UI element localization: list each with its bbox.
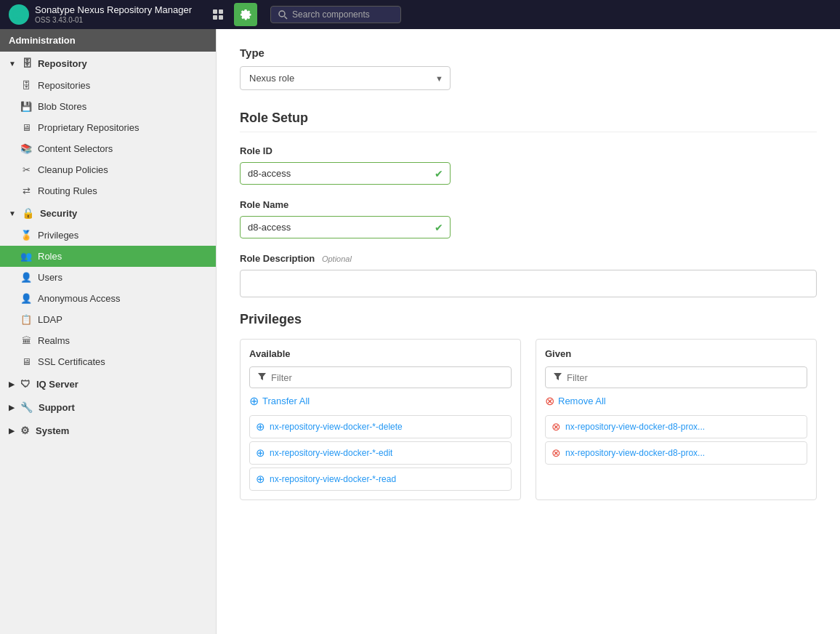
- repository-group-label: Repository: [38, 58, 87, 69]
- role-description-input[interactable]: [240, 270, 817, 297]
- realms-icon: 🏛: [20, 335, 32, 346]
- sidebar-item-content-selectors[interactable]: 📚 Content Selectors: [0, 138, 216, 159]
- repository-group-header[interactable]: ▼ 🗄 Repository: [0, 52, 216, 75]
- sidebar-item-ssl-certificates[interactable]: 🖥 SSL Certificates: [0, 351, 216, 372]
- available-priv-text-2: nx-repository-view-docker-*-read: [270, 474, 396, 484]
- role-name-input[interactable]: [240, 216, 451, 238]
- sidebar-item-blob-stores-label: Blob Stores: [38, 101, 86, 112]
- transfer-all-link[interactable]: ⊕ Transfer All: [249, 394, 512, 408]
- given-priv-item-0[interactable]: ⊗ nx-repository-view-docker-d8-prox...: [545, 415, 807, 438]
- blob-stores-icon: 💾: [20, 101, 32, 112]
- main-layout: Administration ▼ 🗄 Repository 🗄 Reposito…: [0, 29, 840, 634]
- sidebar-item-blob-stores[interactable]: 💾 Blob Stores: [0, 96, 216, 117]
- iq-server-header[interactable]: ▶ 🛡 IQ Server: [0, 372, 216, 396]
- available-priv-item-2[interactable]: ⊕ nx-repository-view-docker-*-read: [249, 468, 512, 491]
- sidebar-item-users-label: Users: [38, 272, 62, 283]
- sidebar-item-ssl-certificates-label: SSL Certificates: [38, 356, 105, 367]
- role-description-label: Role Description Optional: [240, 253, 817, 264]
- iq-icon: 🛡: [20, 378, 31, 390]
- routing-rules-icon: ⇄: [20, 185, 32, 196]
- available-filter-box[interactable]: [249, 366, 512, 388]
- add-icon-1: ⊕: [256, 446, 265, 460]
- available-priv-item-0[interactable]: ⊕ nx-repository-view-docker-*-delete: [249, 415, 512, 438]
- available-priv-text-0: nx-repository-view-docker-*-delete: [270, 422, 403, 432]
- browse-icon-btn[interactable]: [206, 3, 230, 26]
- role-description-optional: Optional: [322, 254, 352, 263]
- system-chevron: ▶: [9, 427, 15, 435]
- sidebar-item-cleanup-policies[interactable]: ✂ Cleanup Policies: [0, 159, 216, 180]
- svg-marker-1: [15, 11, 23, 19]
- sidebar-item-roles-label: Roles: [38, 251, 62, 262]
- sidebar: Administration ▼ 🗄 Repository 🗄 Reposito…: [0, 29, 217, 634]
- remove-icon-1: ⊗: [552, 446, 561, 460]
- search-bar[interactable]: Search components: [270, 6, 401, 23]
- svg-rect-3: [219, 9, 223, 14]
- iq-server-label: IQ Server: [36, 379, 78, 390]
- role-id-input[interactable]: [240, 162, 451, 185]
- settings-icon-btn[interactable]: [234, 3, 257, 26]
- sidebar-item-routing-rules[interactable]: ⇄ Routing Rules: [0, 180, 216, 201]
- sidebar-item-proprietary-repos[interactable]: 🖥 Proprietary Repositories: [0, 117, 216, 138]
- role-name-check-icon: ✔: [435, 222, 443, 233]
- role-name-label: Role Name: [240, 199, 817, 210]
- available-priv-item-1[interactable]: ⊕ nx-repository-view-docker-*-edit: [249, 441, 512, 465]
- role-setup-heading: Role Setup: [240, 111, 817, 132]
- search-placeholder: Search components: [292, 9, 370, 20]
- available-filter-input[interactable]: [271, 372, 504, 383]
- privileges-heading: Privileges: [240, 312, 817, 327]
- given-filter-input[interactable]: [567, 372, 799, 383]
- transfer-all-icon: ⊕: [249, 394, 259, 408]
- repository-chevron: ▼: [9, 60, 16, 68]
- repository-group-icon: 🗄: [22, 57, 32, 69]
- proprietary-repos-icon: 🖥: [20, 122, 32, 133]
- transfer-all-label: Transfer All: [262, 396, 310, 406]
- sidebar-item-repositories[interactable]: 🗄 Repositories: [0, 75, 216, 96]
- given-priv-item-1[interactable]: ⊗ nx-repository-view-docker-d8-prox...: [545, 441, 807, 465]
- ssl-icon: 🖥: [20, 356, 32, 367]
- sidebar-item-repositories-label: Repositories: [38, 80, 90, 91]
- users-icon: 👤: [20, 272, 32, 283]
- add-icon-0: ⊕: [256, 420, 265, 433]
- sidebar-item-proprietary-repos-label: Proprietary Repositories: [38, 122, 139, 133]
- sidebar-item-ldap[interactable]: 📋 LDAP: [0, 309, 216, 330]
- type-select[interactable]: Nexus role External Role Mapping: [240, 66, 451, 90]
- app-logo: Sonatype Nexus Repository Manager OSS 3.…: [9, 4, 192, 25]
- system-icon: ⚙: [20, 425, 30, 436]
- svg-line-7: [285, 16, 288, 19]
- security-chevron: ▼: [9, 209, 16, 217]
- content-selectors-icon: 📚: [20, 143, 32, 154]
- support-group-label: Support: [39, 402, 75, 413]
- logo-icon: [9, 4, 29, 25]
- remove-all-link[interactable]: ⊗ Remove All: [545, 394, 807, 408]
- topbar-icons: [206, 3, 257, 26]
- sidebar-item-users[interactable]: 👤 Users: [0, 267, 216, 288]
- remove-all-label: Remove All: [558, 396, 606, 406]
- iq-chevron: ▶: [9, 380, 15, 388]
- sidebar-item-privileges[interactable]: 🏅 Privileges: [0, 225, 216, 246]
- remove-icon-0: ⊗: [552, 420, 561, 433]
- security-group-header[interactable]: ▼ 🔒 Security: [0, 201, 216, 225]
- ldap-icon: 📋: [20, 314, 32, 325]
- sidebar-item-realms[interactable]: 🏛 Realms: [0, 330, 216, 351]
- role-id-input-wrapper: ✔: [240, 162, 451, 185]
- svg-point-6: [279, 11, 285, 17]
- sidebar-item-roles[interactable]: 👥 Roles: [0, 246, 216, 267]
- support-icon: 🔧: [20, 401, 33, 413]
- system-group-header[interactable]: ▶ ⚙ System: [0, 419, 216, 442]
- available-priv-list: ⊕ nx-repository-view-docker-*-delete ⊕ n…: [249, 415, 512, 491]
- add-icon-2: ⊕: [256, 473, 265, 486]
- given-col: Given ⊗ Remove All ⊗ nx-re: [536, 339, 817, 500]
- available-col: Available ⊕ Transfer All ⊕: [240, 339, 521, 500]
- support-group-header[interactable]: ▶ 🔧 Support: [0, 396, 216, 419]
- given-priv-text-0: nx-repository-view-docker-d8-prox...: [565, 422, 705, 432]
- sidebar-item-anonymous-access[interactable]: 👤 Anonymous Access: [0, 288, 216, 309]
- support-chevron: ▶: [9, 404, 15, 412]
- remove-all-icon: ⊗: [545, 394, 554, 408]
- privileges-columns: Available ⊕ Transfer All ⊕: [240, 339, 817, 500]
- repositories-icon: 🗄: [20, 80, 32, 91]
- given-filter-box[interactable]: [545, 366, 807, 388]
- anonymous-access-icon: 👤: [20, 293, 32, 304]
- given-priv-text-1: nx-repository-view-docker-d8-prox...: [565, 448, 705, 458]
- role-name-input-wrapper: ✔: [240, 216, 451, 238]
- sidebar-item-realms-label: Realms: [38, 335, 70, 346]
